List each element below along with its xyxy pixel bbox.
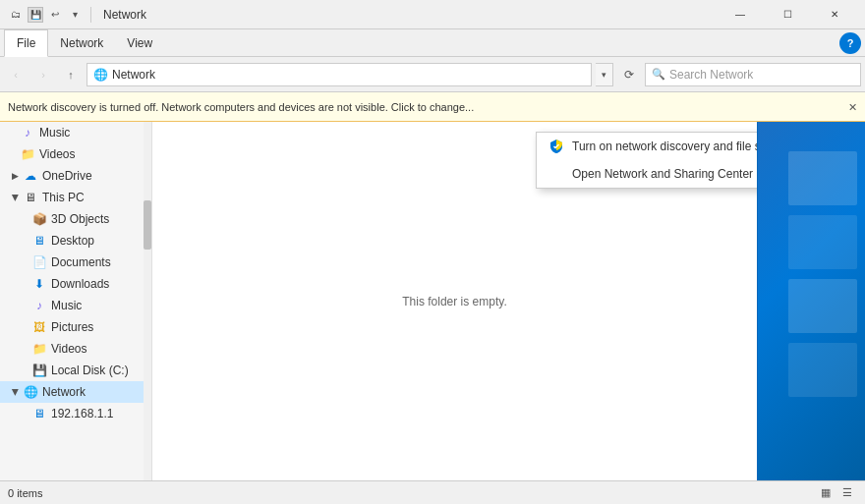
divider [90,7,91,23]
sidebar-item-pictures[interactable]: 🖼 Pictures [0,316,151,338]
address-folder-icon: 🌐 [93,68,108,82]
address-dropdown[interactable]: ▾ [596,63,613,86]
ribbon-tabs: File Network View ? [0,29,865,57]
desktop-background [758,122,865,480]
window-controls: — ☐ ✕ [718,0,857,29]
sidebar: ♪ Music 📁 Videos ▶ ☁ OneDrive ▶ 🖥 This P… [0,122,152,480]
quick-access-save[interactable]: 💾 [28,7,43,23]
main-area: ♪ Music 📁 Videos ▶ ☁ OneDrive ▶ 🖥 This P… [0,122,865,480]
window-title-area: Network [103,8,718,22]
empty-folder-text: This folder is empty. [402,295,506,308]
sidebar-item-label-network: Network [42,385,86,399]
sidebar-item-music2[interactable]: ♪ Music [0,295,151,316]
sidebar-item-ip[interactable]: 🖥 192.168.1.1 [0,403,151,424]
context-menu-item-discovery[interactable]: Turn on network discovery and file shari… [537,133,757,160]
tab-network[interactable]: Network [48,29,115,57]
context-menu-item-sharing-center[interactable]: Open Network and Sharing Center [537,160,757,188]
videos2-icon: 📁 [31,341,47,357]
sidebar-item-videos[interactable]: 📁 Videos [0,143,151,165]
help-button[interactable]: ? [839,32,861,54]
3dobjects-icon: 📦 [31,211,47,227]
sidebar-item-label-videos2: Videos [51,342,86,356]
info-bar-close[interactable]: ✕ [848,100,857,113]
onedrive-chevron: ▶ [12,171,19,181]
content-area: This folder is empty. Turn on network di… [152,122,757,480]
view-list-button[interactable]: ☰ [837,484,857,502]
view-grid-button[interactable]: ▦ [816,484,836,502]
sidebar-item-3dobjects[interactable]: 📦 3D Objects [0,208,151,230]
thispc-icon: 🖥 [23,190,38,205]
onedrive-icon: ☁ [23,168,38,184]
context-menu-label-discovery: Turn on network discovery and file shari… [572,140,757,153]
back-button[interactable]: ‹ [4,63,28,86]
sidebar-item-label-documents: Documents [51,255,111,269]
app-icon: 🗂 [8,7,24,23]
context-menu-label-sharing-center: Open Network and Sharing Center [572,167,753,181]
sidebar-scrollbar-thumb[interactable] [144,200,151,250]
sidebar-item-videos2[interactable]: 📁 Videos [0,338,151,360]
right-panel [757,122,865,480]
search-box[interactable]: 🔍 Search Network [645,63,861,86]
network-icon: 🌐 [23,384,38,400]
window-title-text: Network [103,8,146,22]
sidebar-item-downloads[interactable]: ⬇ Downloads [0,273,151,295]
music2-icon: ♪ [31,298,47,313]
sidebar-item-label-videos: Videos [39,147,75,161]
sidebar-item-label-localdisk: Local Disk (C:) [51,364,129,377]
sidebar-item-thispc[interactable]: ▶ 🖥 This PC [0,187,151,208]
sidebar-item-documents[interactable]: 📄 Documents [0,252,151,273]
search-placeholder: Search Network [669,68,753,82]
address-bar: ‹ › ↑ 🌐 Network ▾ ⟳ 🔍 Search Network [0,57,865,92]
status-bar-right: ▦ ☰ [816,484,857,502]
sidebar-item-label-3dobjects: 3D Objects [51,212,109,226]
title-bar: 🗂 💾 ↩ ▾ Network — ☐ ✕ [0,0,865,29]
pictures-icon: 🖼 [31,319,47,335]
sidebar-item-label-music: Music [39,126,70,140]
info-bar-message[interactable]: Network discovery is turned off. Network… [8,101,474,113]
address-text: Network [112,68,155,82]
music-icon: ♪ [20,125,35,140]
sidebar-item-label-downloads: Downloads [51,277,109,291]
sidebar-item-label-ip: 192.168.1.1 [51,407,113,420]
search-icon: 🔍 [652,68,665,81]
videos-icon: 📁 [20,146,35,162]
context-menu: Turn on network discovery and file shari… [536,132,757,189]
refresh-button[interactable]: ⟳ [617,63,641,86]
address-input[interactable]: 🌐 Network [86,63,592,86]
close-button[interactable]: ✕ [812,0,857,29]
sidebar-item-label-desktop: Desktop [51,234,94,248]
desktop-square-4 [788,343,857,397]
title-bar-icons: 🗂 💾 ↩ ▾ [8,7,95,23]
sidebar-item-desktop[interactable]: 🖥 Desktop [0,230,151,252]
network-chevron: ▶ [11,389,21,396]
ip-icon: 🖥 [31,406,47,421]
sidebar-scrollbar-track [144,122,151,480]
status-count: 0 items [8,487,42,499]
tab-file[interactable]: File [4,29,48,57]
thispc-chevron: ▶ [11,195,21,201]
tab-view[interactable]: View [115,29,164,57]
desktop-square-2 [788,215,857,269]
forward-button[interactable]: › [31,63,55,86]
desktop-icon: 🖥 [31,233,47,249]
localdisk-icon: 💾 [31,363,47,378]
sidebar-item-label-onedrive: OneDrive [42,169,92,183]
desktop-square-3 [788,279,857,333]
sidebar-item-onedrive[interactable]: ▶ ☁ OneDrive [0,165,151,187]
sidebar-item-localdisk[interactable]: 💾 Local Disk (C:) [0,360,151,381]
minimize-button[interactable]: — [718,0,763,29]
quick-access-undo[interactable]: ↩ [47,7,63,23]
sidebar-item-network[interactable]: ▶ 🌐 Network [0,381,151,403]
quick-access-pin[interactable]: ▾ [67,7,83,23]
downloads-icon: ⬇ [31,276,47,292]
sidebar-item-music[interactable]: ♪ Music [0,122,151,143]
sidebar-item-label-music2: Music [51,299,82,312]
sidebar-item-label-pictures: Pictures [51,320,93,334]
desktop-square-1 [788,151,857,205]
status-bar: 0 items ▦ ☰ [0,480,865,504]
maximize-button[interactable]: ☐ [765,0,810,29]
up-button[interactable]: ↑ [59,63,83,86]
shield-icon [548,139,564,154]
documents-icon: 📄 [31,254,47,270]
sidebar-item-label-thispc: This PC [42,191,85,204]
